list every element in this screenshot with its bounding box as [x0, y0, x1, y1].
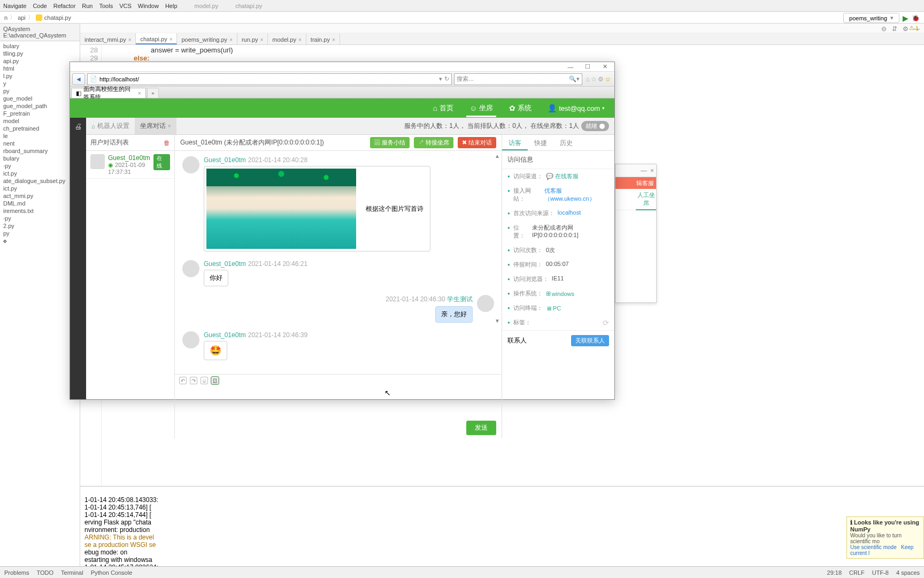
minimize-icon[interactable]: —: [641, 167, 647, 174]
image-message[interactable]: 根据这个图片写首诗: [204, 166, 430, 252]
image-upload-icon[interactable]: 🖼: [211, 377, 219, 384]
close-icon[interactable]: ×: [260, 37, 264, 43]
search-icon[interactable]: 🔍▾: [569, 75, 580, 82]
editor-tabs[interactable]: interact_mmi.py× chatapi.py× poems_writi…: [80, 33, 924, 45]
menu-navigate[interactable]: Navigate: [3, 3, 26, 9]
window-titlebar[interactable]: — ☐ ✕: [70, 62, 614, 72]
menu-code[interactable]: Code: [33, 3, 47, 9]
expand-icon[interactable]: ⇵: [892, 25, 898, 32]
status-python-console[interactable]: Python Console: [91, 569, 133, 576]
status-indent[interactable]: 4 spaces: [896, 569, 920, 576]
maximize-button[interactable]: ☐: [581, 63, 594, 70]
close-icon[interactable]: ×: [332, 37, 335, 43]
use-scientific-link[interactable]: Use scientific mode: [850, 544, 897, 550]
chat-textarea[interactable]: [175, 386, 502, 419]
tab-history[interactable]: 历史: [553, 135, 579, 150]
tree-item[interactable]: act_mmi.py: [0, 192, 80, 200]
tree-item[interactable]: ate_dialogue_subset.py: [0, 177, 80, 185]
tree-item[interactable]: gue_model: [0, 95, 80, 102]
tree-item[interactable]: y: [0, 80, 80, 87]
refresh-icon[interactable]: ↻: [444, 75, 449, 82]
status-todo[interactable]: TODO: [36, 569, 53, 576]
status-encoding[interactable]: UTF-8: [872, 569, 889, 576]
dropdown-icon[interactable]: ▾: [439, 75, 442, 82]
tab-robot-settings[interactable]: ⌂机器人设置: [86, 118, 135, 134]
source-link[interactable]: localhost: [558, 209, 581, 217]
tree-item[interactable]: 2.py: [0, 222, 80, 230]
run-button[interactable]: ▶: [903, 14, 908, 22]
side-tab[interactable]: 人工坐席: [636, 189, 656, 210]
close-icon[interactable]: ×: [170, 36, 173, 42]
inspection-warning[interactable]: ⚠ 1: [909, 25, 919, 32]
tree-item[interactable]: rboard_summary: [0, 147, 80, 155]
tree-item[interactable]: ·py: [0, 215, 80, 222]
tab-agent-chat[interactable]: 坐席对话×: [135, 118, 176, 134]
redo-icon[interactable]: ↷: [190, 377, 197, 384]
undo-icon[interactable]: ↶: [179, 377, 187, 384]
tab-quick[interactable]: 快捷: [528, 135, 553, 150]
tree-item[interactable]: py: [0, 230, 80, 237]
nav-user[interactable]: 👤test@qq.com▾: [544, 100, 608, 117]
tree-item[interactable]: nent: [0, 140, 80, 147]
tree-item[interactable]: bulary: [0, 155, 80, 162]
send-button[interactable]: 发送: [466, 421, 496, 435]
refresh-icon[interactable]: ⟳: [603, 318, 609, 327]
tree-item[interactable]: l.py: [0, 72, 80, 80]
menu-window[interactable]: Window: [138, 3, 159, 9]
minimize-button[interactable]: —: [564, 64, 577, 70]
gear-icon[interactable]: ⚙: [598, 75, 604, 83]
site-link[interactable]: 优客服（www.ukewo.cn）: [544, 187, 609, 203]
tree-item[interactable]: tlling.py: [0, 50, 80, 57]
trash-icon[interactable]: 🗑: [164, 139, 170, 147]
search-box[interactable]: 搜索... 🔍▾: [454, 73, 582, 85]
debug-button[interactable]: 🐞: [912, 14, 920, 22]
collapse-icon[interactable]: ⊖: [881, 25, 888, 32]
numpy-notification[interactable]: ℹ Looks like you're using NumPy Would yo…: [846, 516, 924, 559]
scroll-up-icon[interactable]: ▲: [494, 153, 500, 159]
side-tab[interactable]: [615, 189, 636, 210]
tree-item[interactable]: ict.py: [0, 185, 80, 192]
close-button[interactable]: ✕: [598, 63, 611, 70]
tree-scratches[interactable]: ⟐: [0, 237, 80, 245]
ide-menubar[interactable]: Navigate Code Refactor Run Tools VCS Win…: [0, 0, 924, 12]
status-terminal[interactable]: Terminal: [61, 569, 83, 576]
status-line-sep[interactable]: CRLF: [849, 569, 865, 576]
tree-item[interactable]: ·py: [0, 162, 80, 170]
new-tab-button[interactable]: ▫: [147, 88, 159, 98]
close-icon[interactable]: ×: [168, 123, 171, 129]
menu-help[interactable]: Help: [165, 3, 178, 9]
menu-tools[interactable]: Tools: [99, 3, 113, 9]
menu-vcs[interactable]: VCS: [119, 3, 132, 9]
link-contact-button[interactable]: 关联联系人: [571, 335, 609, 346]
project-tool-window[interactable]: QAsystem E:\advanced_QAsystem bulary tll…: [0, 24, 80, 566]
close-icon[interactable]: ×: [229, 37, 233, 43]
tree-item[interactable]: ict.py: [0, 170, 80, 177]
star-icon[interactable]: ☆: [591, 75, 597, 83]
menu-refactor[interactable]: Refactor: [53, 3, 76, 9]
address-bar[interactable]: 📄 http://localhost/ ▾ ↻: [87, 73, 452, 85]
emoji-icon[interactable]: ☺: [201, 377, 208, 384]
nav-home[interactable]: ⌂首页: [429, 99, 456, 117]
nav-system[interactable]: ✿系统: [506, 99, 535, 117]
crumb-root[interactable]: n: [4, 14, 7, 21]
editor-tab[interactable]: interact_mmi.py×: [80, 33, 136, 44]
smile-icon[interactable]: ☺: [605, 75, 611, 83]
close-icon[interactable]: ×: [650, 167, 654, 174]
close-icon[interactable]: ×: [138, 90, 141, 96]
chat-messages[interactable]: ▲ Guest_01e0tm2021-01-14 20:40:28 根据这个图片…: [175, 151, 502, 374]
nav-agent[interactable]: ☺坐席: [466, 99, 496, 117]
tab-visitor[interactable]: 访客: [502, 135, 528, 150]
tree-item[interactable]: bulary: [0, 42, 80, 50]
close-icon[interactable]: ×: [128, 37, 132, 43]
tree-item[interactable]: html: [0, 65, 80, 72]
tree-item[interactable]: model: [0, 117, 80, 125]
browser-tabs[interactable]: ◧ 面向高校招生的问答系统 × ▫: [70, 87, 614, 98]
run-tool-window[interactable]: 1-01-14 20:45:08.143033: 1-01-14 20:45:1…: [80, 486, 924, 566]
browser-tab[interactable]: ◧ 面向高校招生的问答系统 ×: [71, 88, 146, 98]
tree-item[interactable]: py: [0, 87, 80, 95]
service-summary-button[interactable]: ▤ 服务小结: [370, 137, 410, 148]
crumb-api[interactable]: api: [18, 14, 26, 21]
transfer-button[interactable]: ↗ 转接坐席: [414, 137, 453, 148]
run-config-select[interactable]: poems_writing ▾: [843, 13, 899, 23]
crumb-file[interactable]: chatapi.py: [44, 14, 71, 21]
